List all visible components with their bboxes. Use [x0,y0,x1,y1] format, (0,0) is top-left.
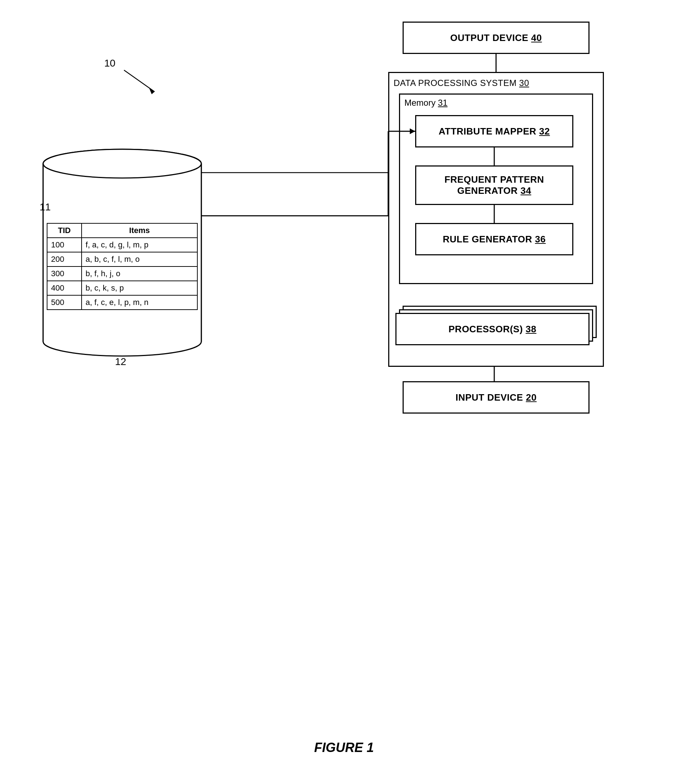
svg-marker-9 [149,88,154,94]
dps-label: DATA PROCESSING SYSTEM 30 [394,77,529,89]
cell-tid: 100 [47,238,82,252]
input-device-box: INPUT DEVICE 20 [402,381,589,413]
cell-tid: 500 [47,295,82,310]
figure-label: FIGURE 1 [314,740,374,755]
input-device-label: INPUT DEVICE 20 [455,392,537,403]
diagram-container: 10 OUTPUT DEVICE 40 DATA PROCESSING SYST… [0,0,688,784]
table-row: 100 f, a, c, d, g, l, m, p [47,238,197,252]
rule-generator-label: RULE GENERATOR 36 [443,234,546,245]
table-row: 200 a, b, c, f, l, m, o [47,252,197,267]
output-device-label: OUTPUT DEVICE 40 [450,32,542,43]
col-tid-header: TID [47,223,82,238]
attribute-mapper-box: ATTRIBUTE MAPPER 32 [415,115,573,147]
table-row: 400 b, c, k, s, p [47,281,197,295]
cell-items: b, f, h, j, o [82,267,197,281]
data-table: TID Items 100 f, a, c, d, g, l, m, p 200… [47,223,198,310]
cell-items: b, c, k, s, p [82,281,197,295]
cell-items: a, f, c, e, l, p, m, n [82,295,197,310]
table-row: 500 a, f, c, e, l, p, m, n [47,295,197,310]
rule-generator-box: RULE GENERATOR 36 [415,223,573,255]
svg-point-3 [43,327,201,356]
cell-tid: 200 [47,252,82,267]
cell-tid: 400 [47,281,82,295]
cell-items: f, a, c, d, g, l, m, p [82,238,197,252]
table-row: 300 b, f, h, j, o [47,267,197,281]
fpg-label: FREQUENT PATTERNGENERATOR 34 [444,174,544,196]
processor-box: PROCESSOR(S) 38 [396,313,589,345]
svg-point-7 [43,149,201,178]
cell-tid: 300 [47,267,82,281]
attribute-mapper-label: ATTRIBUTE MAPPER 32 [438,126,550,137]
col-items-header: Items [82,223,197,238]
database-table: TID Items 100 f, a, c, d, g, l, m, p 200… [47,223,198,310]
ref-12-label: 12 [115,356,126,367]
output-device-box: OUTPUT DEVICE 40 [402,21,589,54]
ref-10-label: 10 [104,58,115,69]
processor-label: PROCESSOR(S) 38 [448,324,536,335]
memory-label: Memory 31 [404,98,448,108]
cell-items: a, b, c, f, l, m, o [82,252,197,267]
ref-11-label: 11 [39,201,51,213]
svg-point-0 [43,149,201,178]
fpg-box: FREQUENT PATTERNGENERATOR 34 [415,165,573,205]
svg-line-8 [124,70,154,92]
